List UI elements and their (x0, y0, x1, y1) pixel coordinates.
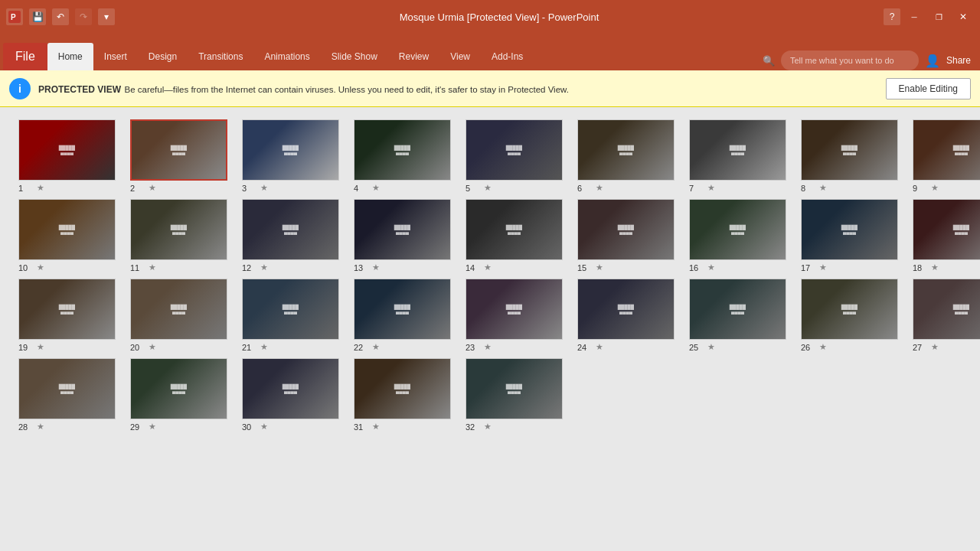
slide-star-4[interactable]: ★ (372, 183, 380, 193)
slide-item-23[interactable]: █████▄▄▄▄23★ (466, 279, 565, 352)
slide-thumb-14[interactable]: █████▄▄▄▄ (466, 199, 563, 260)
slide-star-7[interactable]: ★ (707, 183, 715, 193)
slide-thumb-27[interactable]: █████▄▄▄▄ (913, 279, 980, 340)
slide-thumb-9[interactable]: █████▄▄▄▄ (913, 119, 980, 181)
tab-file[interactable]: File (3, 43, 47, 70)
slide-item-22[interactable]: █████▄▄▄▄22★ (354, 279, 453, 352)
slide-star-26[interactable]: ★ (819, 342, 827, 352)
tab-addins[interactable]: Add-Ins (481, 43, 534, 70)
slide-star-28[interactable]: ★ (37, 422, 44, 432)
slide-star-15[interactable]: ★ (596, 262, 603, 272)
customize-icon[interactable]: ▾ (98, 8, 115, 25)
tab-home[interactable]: Home (47, 43, 93, 70)
slide-item-12[interactable]: █████▄▄▄▄12★ (242, 199, 341, 272)
slide-star-8[interactable]: ★ (819, 183, 827, 193)
slide-thumb-24[interactable]: █████▄▄▄▄ (577, 279, 675, 340)
slide-star-27[interactable]: ★ (931, 342, 939, 352)
slide-star-21[interactable]: ★ (260, 342, 268, 352)
minimize-button[interactable]: ─ (903, 6, 925, 28)
slide-item-11[interactable]: █████▄▄▄▄11★ (130, 199, 230, 272)
restore-button[interactable]: ❐ (928, 6, 949, 28)
undo-icon[interactable]: ↶ (52, 8, 69, 25)
slide-star-16[interactable]: ★ (707, 262, 715, 272)
slide-item-3[interactable]: █████▄▄▄▄3★ (242, 119, 341, 193)
slide-item-9[interactable]: █████▄▄▄▄9★ (913, 119, 980, 193)
slide-thumb-15[interactable]: █████▄▄▄▄ (577, 199, 675, 260)
slide-thumb-23[interactable]: █████▄▄▄▄ (466, 279, 563, 340)
slide-star-1[interactable]: ★ (37, 183, 44, 193)
slide-item-32[interactable]: █████▄▄▄▄32★ (466, 358, 565, 432)
slide-item-27[interactable]: █████▄▄▄▄27★ (913, 279, 980, 352)
slide-star-12[interactable]: ★ (260, 262, 268, 272)
slide-item-21[interactable]: █████▄▄▄▄21★ (242, 279, 341, 352)
slide-item-1[interactable]: █████▄▄▄▄1★ (18, 119, 118, 193)
tab-view[interactable]: View (439, 43, 481, 70)
slide-item-25[interactable]: █████▄▄▄▄25★ (689, 279, 789, 352)
slide-thumb-32[interactable]: █████▄▄▄▄ (466, 358, 563, 419)
slide-thumb-13[interactable]: █████▄▄▄▄ (354, 199, 451, 260)
slide-star-18[interactable]: ★ (931, 262, 939, 272)
close-button[interactable]: ✕ (952, 6, 974, 28)
slide-thumb-21[interactable]: █████▄▄▄▄ (242, 279, 339, 340)
tab-review[interactable]: Review (388, 43, 439, 70)
slide-thumb-16[interactable]: █████▄▄▄▄ (689, 199, 786, 260)
slide-item-4[interactable]: █████▄▄▄▄4★ (354, 119, 453, 193)
slide-item-7[interactable]: █████▄▄▄▄7★ (689, 119, 789, 193)
slide-item-10[interactable]: █████▄▄▄▄10★ (18, 199, 118, 272)
help-icon[interactable]: ? (884, 8, 900, 25)
slide-star-10[interactable]: ★ (37, 262, 44, 272)
slide-item-17[interactable]: █████▄▄▄▄17★ (801, 199, 900, 272)
slide-thumb-17[interactable]: █████▄▄▄▄ (801, 199, 898, 260)
slide-thumb-7[interactable]: █████▄▄▄▄ (689, 119, 786, 181)
slide-star-11[interactable]: ★ (149, 262, 156, 272)
slide-item-14[interactable]: █████▄▄▄▄14★ (466, 199, 565, 272)
redo-icon[interactable]: ↷ (75, 8, 92, 25)
slide-star-13[interactable]: ★ (372, 262, 380, 272)
slide-star-14[interactable]: ★ (484, 262, 492, 272)
slide-item-31[interactable]: █████▄▄▄▄31★ (354, 358, 453, 432)
slide-thumb-6[interactable]: █████▄▄▄▄ (577, 119, 675, 181)
slide-thumb-3[interactable]: █████▄▄▄▄ (242, 119, 339, 181)
slide-star-23[interactable]: ★ (484, 342, 492, 352)
enable-editing-button[interactable]: Enable Editing (886, 78, 971, 99)
slide-thumb-31[interactable]: █████▄▄▄▄ (354, 358, 451, 419)
slide-star-24[interactable]: ★ (596, 342, 603, 352)
slide-thumb-1[interactable]: █████▄▄▄▄ (18, 119, 116, 181)
slide-thumb-30[interactable]: █████▄▄▄▄ (242, 358, 339, 419)
slide-thumb-5[interactable]: █████▄▄▄▄ (466, 119, 563, 181)
slide-star-22[interactable]: ★ (372, 342, 380, 352)
tab-insert[interactable]: Insert (93, 43, 138, 70)
tab-slideshow[interactable]: Slide Show (321, 43, 388, 70)
slide-item-13[interactable]: █████▄▄▄▄13★ (354, 199, 453, 272)
slide-item-15[interactable]: █████▄▄▄▄15★ (577, 199, 677, 272)
slide-star-6[interactable]: ★ (596, 183, 603, 193)
slide-thumb-10[interactable]: █████▄▄▄▄ (18, 199, 116, 260)
slide-star-31[interactable]: ★ (372, 422, 380, 432)
slide-item-20[interactable]: █████▄▄▄▄20★ (130, 279, 230, 352)
slide-star-5[interactable]: ★ (484, 183, 492, 193)
slide-star-19[interactable]: ★ (37, 342, 44, 352)
slide-item-30[interactable]: █████▄▄▄▄30★ (242, 358, 341, 432)
slide-thumb-19[interactable]: █████▄▄▄▄ (18, 279, 116, 340)
powerpoint-icon[interactable]: P (6, 8, 23, 25)
slide-thumb-12[interactable]: █████▄▄▄▄ (242, 199, 339, 260)
slide-thumb-25[interactable]: █████▄▄▄▄ (689, 279, 786, 340)
slide-item-28[interactable]: █████▄▄▄▄28★ (18, 358, 118, 432)
slide-thumb-8[interactable]: █████▄▄▄▄ (801, 119, 898, 181)
slide-thumb-29[interactable]: █████▄▄▄▄ (130, 358, 227, 419)
slide-star-20[interactable]: ★ (149, 342, 156, 352)
slide-star-32[interactable]: ★ (484, 422, 492, 432)
slide-star-3[interactable]: ★ (260, 183, 268, 193)
slide-item-19[interactable]: █████▄▄▄▄19★ (18, 279, 118, 352)
slide-star-9[interactable]: ★ (931, 183, 939, 193)
slide-item-8[interactable]: █████▄▄▄▄8★ (801, 119, 900, 193)
slide-thumb-18[interactable]: █████▄▄▄▄ (913, 199, 980, 260)
slide-thumb-26[interactable]: █████▄▄▄▄ (801, 279, 898, 340)
share-label[interactable]: Share (946, 55, 971, 66)
tab-animations[interactable]: Animations (253, 43, 320, 70)
slide-star-2[interactable]: ★ (149, 183, 156, 193)
slide-star-25[interactable]: ★ (707, 342, 715, 352)
slide-item-2[interactable]: █████▄▄▄▄2★ (130, 119, 230, 193)
slide-star-17[interactable]: ★ (819, 262, 827, 272)
slide-item-16[interactable]: █████▄▄▄▄16★ (689, 199, 789, 272)
